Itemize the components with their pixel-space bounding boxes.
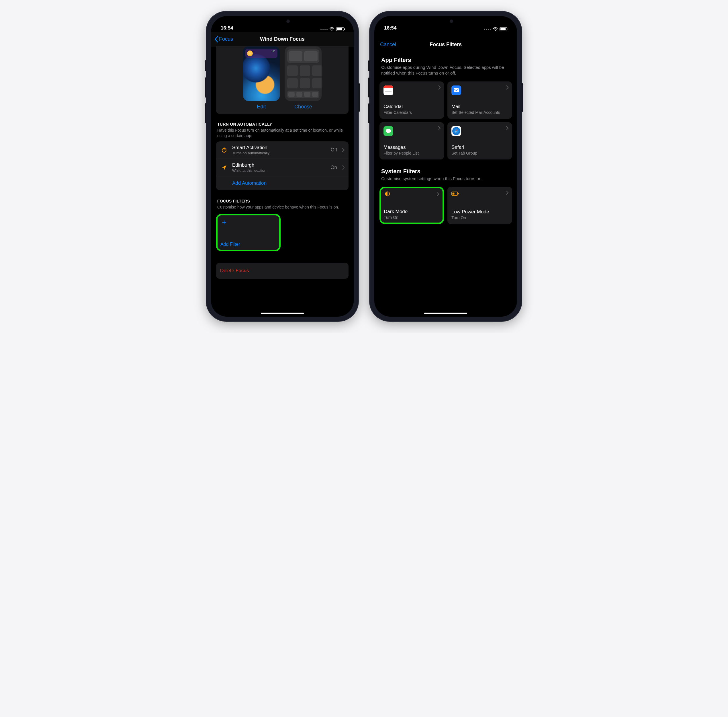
low-power-icon: [451, 191, 508, 197]
app-filters-heading: App Filters: [379, 57, 512, 64]
status-time: 16:54: [384, 25, 396, 31]
chevron-right-icon: [506, 126, 509, 131]
smart-activation-row[interactable]: Smart Activation Turns on automatically …: [216, 141, 349, 159]
svg-rect-6: [452, 192, 454, 194]
choose-screen-button[interactable]: Choose: [285, 104, 321, 110]
page-dots-icon: [484, 29, 491, 30]
system-filters-section: System Filters Customise system settings…: [379, 168, 512, 224]
add-filter-tile[interactable]: ＋ Add Filter: [216, 214, 280, 251]
back-label: Focus: [219, 36, 233, 42]
automation-card: Smart Activation Turns on automatically …: [216, 141, 349, 190]
app-filters-desc: Customise apps during Wind Down Focus. S…: [379, 64, 512, 80]
delete-focus-card: Delete Focus: [216, 263, 349, 279]
safari-filter-tile[interactable]: Safari Set Tab Group: [448, 122, 512, 159]
svg-rect-5: [458, 193, 458, 194]
cancel-button[interactable]: Cancel: [380, 41, 396, 47]
lock-screen-preview[interactable]: 14°: [243, 46, 280, 101]
page-dots-icon: [320, 29, 327, 30]
notch: [419, 16, 473, 26]
phone-left: 16:54 Focus Wind Down Focus 14°: [206, 11, 358, 321]
system-filters-desc: Customise system settings when this Focu…: [379, 176, 512, 186]
dark-mode-filter-tile[interactable]: Dark Mode Turn On: [379, 187, 444, 224]
battery-icon: [500, 27, 507, 31]
auto-desc: Have this Focus turn on automatically at…: [216, 128, 349, 141]
chevron-right-icon: [506, 85, 509, 91]
mail-icon: [451, 85, 461, 95]
app-filters-section: App Filters Customise apps during Wind D…: [379, 57, 512, 159]
chevron-right-icon: [506, 191, 509, 196]
status-time: 16:54: [221, 25, 233, 31]
chevron-right-icon: [342, 165, 344, 169]
delete-focus-button[interactable]: Delete Focus: [216, 263, 349, 279]
dark-mode-icon: [384, 191, 440, 197]
home-indicator[interactable]: [424, 313, 467, 314]
chevron-right-icon: [438, 85, 440, 91]
calendar-icon: [384, 85, 393, 95]
customise-screens-card: 14° Edit Choose: [216, 46, 349, 114]
chevron-right-icon: [438, 126, 440, 131]
wifi-icon: [493, 27, 498, 31]
nav-bar: Focus Wind Down Focus: [211, 32, 354, 46]
chevron-right-icon: [437, 192, 439, 197]
home-indicator[interactable]: [261, 313, 304, 314]
location-arrow-icon: [220, 165, 228, 170]
mail-filter-tile[interactable]: Mail Set Selected Mail Accounts: [448, 81, 512, 119]
calendar-filter-tile[interactable]: Calendar Filter Calendars: [379, 81, 444, 119]
low-power-mode-filter-tile[interactable]: Low Power Mode Turn On: [448, 187, 512, 224]
power-icon: [220, 147, 228, 153]
home-screen-preview[interactable]: [285, 46, 321, 101]
location-automation-row[interactable]: Edinburgh While at this location On: [216, 159, 349, 176]
messages-filter-tile[interactable]: Messages Filter by People List: [379, 122, 444, 159]
messages-icon: [384, 126, 393, 136]
system-filters-heading: System Filters: [379, 168, 512, 176]
back-button[interactable]: Focus: [215, 36, 233, 43]
edit-screen-button[interactable]: Edit: [243, 104, 280, 110]
page-title: Wind Down Focus: [260, 36, 305, 42]
safari-icon: [451, 126, 461, 136]
sheet-header: Cancel Focus Filters: [374, 37, 517, 52]
chevron-right-icon: [342, 148, 344, 152]
auto-heading: TURN ON AUTOMATICALLY: [216, 122, 349, 128]
add-filter-label: Add Filter: [221, 242, 276, 247]
chevron-left-icon: [215, 36, 218, 43]
phone-right: 16:54 Cancel Focus Filters App Filters C…: [370, 11, 522, 321]
add-automation-button[interactable]: Add Automation: [216, 176, 349, 190]
plus-icon: ＋: [221, 218, 276, 226]
filters-desc: Customise how your apps and device behav…: [216, 204, 349, 213]
svg-rect-2: [454, 88, 459, 92]
wifi-icon: [329, 27, 335, 31]
battery-icon: [336, 27, 344, 31]
sheet-title: Focus Filters: [429, 41, 462, 47]
filters-heading: FOCUS FILTERS: [216, 199, 349, 204]
notch: [255, 16, 309, 26]
